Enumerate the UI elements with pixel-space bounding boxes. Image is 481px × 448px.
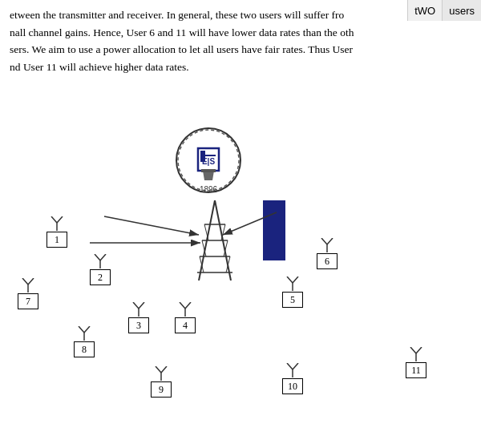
svg-line-50	[321, 238, 327, 244]
svg-line-53	[287, 363, 293, 369]
svg-line-38	[180, 302, 185, 309]
user-label-4: 4	[175, 317, 196, 333]
text-line1: etween the transmitter and receiver. In …	[10, 6, 471, 24]
user-label-10: 10	[282, 378, 303, 394]
svg-line-47	[287, 276, 293, 283]
user-label-7: 7	[18, 293, 38, 309]
svg-line-23	[104, 216, 199, 235]
svg-line-39	[185, 302, 191, 309]
svg-line-42	[84, 326, 90, 333]
user-node-6: 6	[317, 238, 338, 269]
obstacle-block	[263, 200, 285, 260]
user-label-11: 11	[406, 362, 426, 378]
svg-text:1896: 1896	[200, 185, 218, 194]
user-node-5: 5	[282, 276, 303, 308]
svg-line-45	[161, 366, 167, 373]
user-node-11: 11	[406, 347, 426, 378]
transmission-tower	[191, 200, 239, 281]
svg-line-26	[51, 216, 57, 223]
text-area: etween the transmitter and receiver. In …	[0, 0, 481, 75]
svg-text:E|S: E|S	[202, 157, 215, 166]
svg-line-56	[410, 347, 416, 353]
svg-rect-4	[201, 155, 216, 156]
user-node-7: 7	[18, 278, 38, 309]
user-node-10: 10	[282, 363, 303, 394]
svg-line-54	[293, 363, 298, 369]
user-node-9: 9	[151, 366, 172, 398]
svg-line-57	[416, 347, 422, 353]
user-node-1: 1	[46, 216, 67, 248]
svg-line-48	[293, 276, 298, 283]
svg-line-44	[156, 366, 161, 373]
text-line2: nall channel gains. Hence, User 6 and 11…	[10, 24, 471, 42]
user-label-6: 6	[317, 253, 338, 269]
svg-line-33	[28, 278, 34, 285]
diagram-area: E|S 1896	[0, 124, 481, 448]
svg-line-29	[95, 254, 100, 260]
svg-line-27	[57, 216, 63, 223]
user-label-9: 9	[151, 381, 172, 398]
svg-line-35	[133, 302, 139, 309]
user-label-1: 1	[46, 232, 67, 248]
text-line4: nd User 11 will achieve higher data rate…	[10, 59, 471, 76]
text-line3: sers. We aim to use a power allocation t…	[10, 41, 471, 59]
svg-rect-7	[201, 169, 216, 172]
user-node-4: 4	[175, 302, 196, 333]
user-label-3: 3	[128, 317, 149, 333]
user-node-2: 2	[90, 254, 111, 285]
user-label-8: 8	[74, 341, 95, 357]
svg-line-41	[79, 326, 84, 333]
user-node-8: 8	[74, 326, 95, 357]
user-label-2: 2	[90, 269, 111, 285]
svg-line-51	[327, 238, 333, 244]
svg-line-36	[139, 302, 144, 309]
university-logo: E|S 1896	[172, 124, 245, 200]
svg-line-32	[22, 278, 28, 285]
user-node-3: 3	[128, 302, 149, 333]
svg-line-30	[100, 254, 106, 260]
user-label-5: 5	[282, 292, 303, 308]
